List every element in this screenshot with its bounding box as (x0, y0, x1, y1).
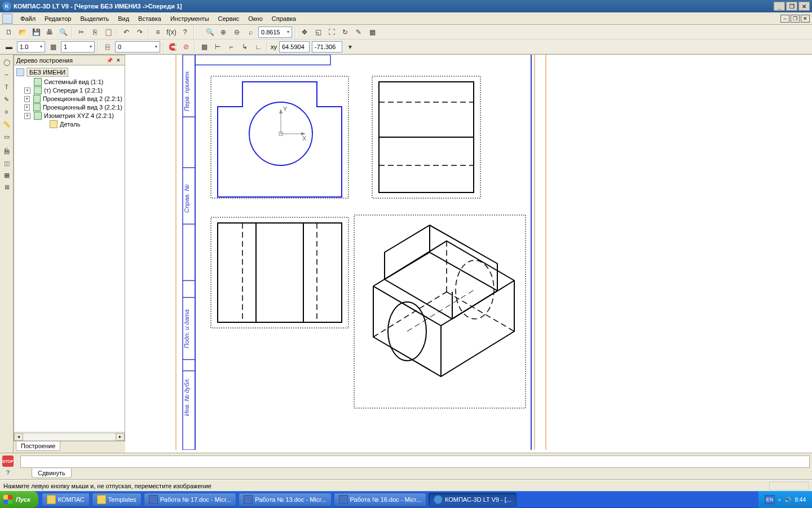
linewidth-combo[interactable]: 1.0 (17, 41, 45, 52)
edit-tool[interactable]: ✎ (1, 94, 12, 105)
menu-service[interactable]: Сервис (214, 14, 244, 23)
menu-edit[interactable]: Редактор (40, 14, 76, 23)
tree-detail-item[interactable]: Деталь (40, 120, 122, 128)
help-button[interactable]: ? (179, 26, 191, 38)
minimize-button[interactable]: _ (774, 2, 785, 11)
maximize-button[interactable]: ❐ (786, 2, 797, 11)
snap-off-button[interactable]: ⊘ (180, 41, 192, 53)
coord-sys-button[interactable]: ∟ (252, 41, 264, 53)
linestyle-button[interactable]: ▬ (3, 41, 15, 53)
svg-text:Y: Y (283, 106, 288, 112)
coord-x-field[interactable]: 64.5904 (279, 41, 310, 52)
redraw-button[interactable]: ↻ (339, 26, 351, 38)
expand-icon[interactable]: + (24, 104, 30, 111)
mdi-close-button[interactable]: ✕ (801, 15, 810, 23)
property-input[interactable] (20, 456, 810, 468)
menu-help[interactable]: Справка (267, 14, 301, 23)
scroll-left-button[interactable]: ◂ (14, 433, 23, 441)
menu-window[interactable]: Окно (244, 14, 267, 23)
ortho-button[interactable]: ⊢ (211, 41, 224, 53)
start-button[interactable]: Пуск (0, 491, 38, 508)
dimensions-tool[interactable]: ↔ (1, 69, 12, 80)
taskbar-item[interactable]: Работа № 17.doc - Micr... (144, 493, 236, 506)
new-button[interactable]: 🗋 (3, 26, 15, 38)
taskbar-item[interactable]: Работа № 16.doc - Micr... (334, 493, 426, 506)
tree-item[interactable]: +Изометрия XYZ 4 (2.2:1) (24, 112, 122, 120)
preview-button[interactable]: 🔍 (57, 26, 69, 38)
refresh-button[interactable]: ✎ (352, 26, 365, 38)
coord-y-field[interactable]: -71.306 (312, 41, 342, 52)
expand-icon[interactable]: + (24, 113, 30, 119)
tree-tab[interactable]: Построение (16, 441, 60, 451)
print-button[interactable]: 🖶 (43, 26, 56, 38)
tree-close-button[interactable]: ✕ (114, 56, 122, 64)
taskbar-item[interactable]: КОМПАС (42, 493, 90, 506)
undo-button[interactable]: ↶ (120, 26, 133, 38)
cut-button[interactable]: ✂ (75, 26, 87, 38)
taskbar-item[interactable]: КОМПАС-3D LT V9 - [... (429, 493, 517, 506)
tree-hscroll[interactable]: ◂ ▸ (14, 432, 125, 441)
redo-button[interactable]: ↷ (134, 26, 146, 38)
tray-expand-button[interactable]: « (778, 497, 780, 502)
parameterize-tool[interactable]: ≡ (1, 106, 12, 117)
tree-item[interactable]: Системный вид (1:1) (24, 78, 122, 86)
notations-tool[interactable]: T (1, 81, 12, 93)
coord-menu-button[interactable]: ▾ (344, 41, 356, 53)
language-indicator[interactable]: EN (765, 495, 775, 504)
taskbar-clock[interactable]: 8:44 (795, 497, 806, 503)
taskbar-item[interactable]: Templates (92, 493, 142, 506)
menu-tools[interactable]: Инструменты (166, 14, 214, 23)
pan-button[interactable]: ✥ (298, 26, 311, 38)
save-button[interactable]: 💾 (30, 26, 42, 38)
zoom-prev-button[interactable]: ◱ (312, 26, 324, 38)
construction-tree[interactable]: БЕЗ ИМЕНИ Системный вид (1:1)+(т) Сперед… (14, 65, 125, 432)
menu-file[interactable]: Файл (16, 14, 40, 23)
expand-icon[interactable]: + (24, 87, 30, 94)
paste-button[interactable]: 📋 (102, 26, 114, 38)
select-tool[interactable]: ▭ (1, 131, 12, 142)
tree-pin-button[interactable]: 📌 (105, 56, 113, 64)
tray-volume-icon[interactable]: 🔊 (784, 497, 791, 503)
zoom-scale-button[interactable]: ⌕ (244, 26, 257, 38)
view-extra-button[interactable]: ⊞ (1, 181, 12, 192)
tree-item[interactable]: +(т) Спереди 1 (2.2:1) (24, 86, 122, 94)
properties-button[interactable]: ≡ (152, 26, 164, 38)
stop-button[interactable]: STOP (2, 456, 14, 467)
geometry-tool[interactable]: ◯ (1, 56, 12, 68)
view-list-button[interactable]: ▦ (1, 169, 12, 181)
layer-combo[interactable]: 1 (61, 41, 95, 52)
view-tree-button[interactable]: ▤ (1, 146, 12, 157)
grid-button[interactable]: ▦ (198, 41, 210, 53)
taskbar-item[interactable]: Работа № 13.doc - Micr... (239, 493, 331, 506)
open-button[interactable]: 📂 (16, 26, 29, 38)
view-manager-button[interactable]: ◫ (1, 157, 12, 169)
tree-item[interactable]: +Проекционный вид 3 (2.2:1) (24, 103, 122, 111)
tree-root[interactable]: БЕЗ ИМЕНИ (16, 68, 122, 77)
zoom-combo[interactable]: 0.8615 (258, 27, 292, 38)
snap-on-button[interactable]: 🧲 (166, 41, 179, 53)
round-button[interactable]: ⌐ (225, 41, 237, 53)
menu-insert[interactable]: Вставка (134, 14, 166, 23)
zoom-in-button[interactable]: ⊕ (217, 26, 230, 38)
measure-tool[interactable]: 📏 (1, 119, 12, 130)
zoom-window-button[interactable]: 🔍 (204, 26, 216, 38)
menu-view[interactable]: Вид (113, 14, 134, 23)
mdi-restore-button[interactable]: ❐ (791, 15, 800, 23)
zoom-out-button[interactable]: ⊖ (231, 26, 243, 38)
local-cs-button[interactable]: ↳ (239, 41, 251, 53)
layers-manager-button[interactable]: ⌸ (101, 41, 113, 53)
drawing-canvas[interactable]: Перв. примен. Справ. № Подп. и дата Инв.… (125, 55, 812, 453)
layers-button[interactable]: ▦ (366, 26, 378, 38)
menu-select[interactable]: Выделить (76, 14, 113, 23)
zoom-fit-button[interactable]: ⛶ (325, 26, 338, 38)
mdi-minimize-button[interactable]: – (780, 15, 789, 23)
bottom-tab[interactable]: Сдвинуть (32, 468, 72, 478)
expand-icon[interactable]: + (24, 96, 30, 102)
scroll-right-button[interactable]: ▸ (116, 433, 125, 441)
style-combo[interactable]: 0 (115, 41, 160, 52)
copy-button[interactable]: ⎘ (89, 26, 101, 38)
close-button[interactable]: ✕ (798, 2, 810, 11)
current-layer-button[interactable]: ▦ (47, 41, 59, 53)
tree-item[interactable]: +Проекционный вид 2 (2.2:1) (24, 95, 122, 103)
variables-button[interactable]: f(x) (165, 26, 178, 38)
